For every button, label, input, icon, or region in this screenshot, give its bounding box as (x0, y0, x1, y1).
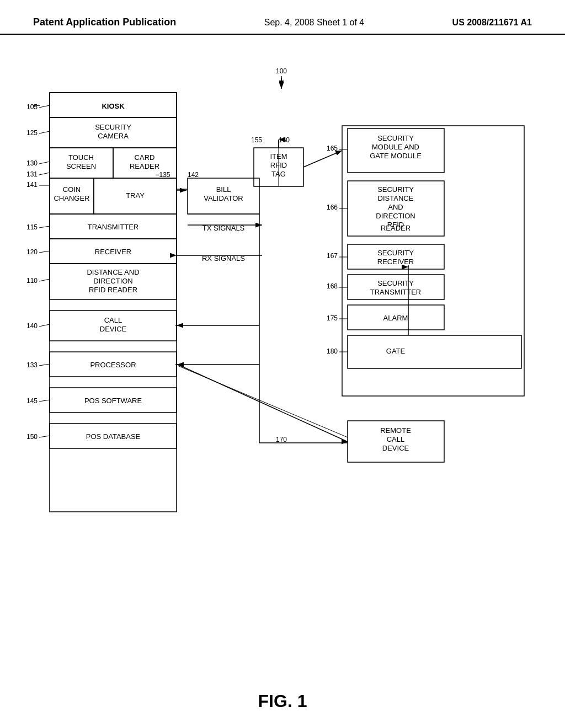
ref-105-line (39, 105, 50, 108)
sec-dist-label6: READER (381, 224, 411, 232)
receiver-label: RECEIVER (95, 248, 131, 256)
ref-166: 166 (327, 204, 338, 211)
card-reader-label2: READER (130, 162, 159, 170)
ref-140-line (39, 324, 50, 326)
security-camera-label1: SECURITY (95, 123, 131, 131)
ref-131-line (39, 173, 50, 175)
touch-screen-label2: SCREEN (66, 162, 96, 170)
ref-110-line (39, 279, 50, 281)
ref-150-line (39, 436, 50, 437)
remote-call-label3: DEVICE (382, 444, 409, 452)
ref-130-line (39, 162, 50, 164)
header-publication: Patent Application Publication (33, 17, 176, 28)
rfid-to-security (303, 151, 342, 167)
sec-dist-label2: DISTANCE (378, 194, 414, 202)
sec-trans-label2: TRANSMITTER (370, 288, 421, 296)
remote-call-label1: REMOTE (380, 426, 411, 435)
ref-131: 131 (26, 170, 38, 178)
call-device-label1: CALL (104, 316, 122, 324)
ref-168: 168 (327, 282, 338, 290)
call-device-label2: DEVICE (100, 325, 127, 333)
sec-recv-label2: RECEIVER (377, 258, 414, 266)
ref-125-line (39, 131, 50, 133)
processor-to-remote (177, 364, 347, 441)
security-outer-box (342, 126, 524, 396)
ref-150: 150 (26, 433, 38, 441)
tray-label: TRAY (126, 191, 145, 200)
ref-100-label: 100 (276, 67, 287, 75)
remote-call-label2: CALL (387, 435, 405, 443)
ref-155: 155 (251, 136, 262, 144)
diagram-area: text { font-family: Arial, Helvetica, sa… (0, 40, 565, 675)
pos-database-label: POS DATABASE (86, 432, 141, 441)
ref-142: 142 (188, 171, 199, 179)
sec-dist-label1: SECURITY (377, 185, 414, 194)
dist-dir-label1: DISTANCE AND (87, 268, 139, 276)
ref-145-line (39, 400, 50, 402)
touch-screen-label1: TOUCH (68, 153, 94, 162)
ref-133-line (39, 364, 50, 366)
header: Patent Application Publication Sep. 4, 2… (0, 0, 565, 35)
kiosk-label: KIOSK (102, 102, 125, 110)
ref-175: 175 (327, 314, 338, 322)
ref-140: 140 (26, 322, 38, 330)
bill-validator-label1: BILL (216, 185, 231, 194)
sec-recv-label1: SECURITY (377, 249, 414, 257)
ref-130: 130 (26, 159, 38, 167)
ref-115: 115 (26, 223, 38, 231)
ref-141: 141 (26, 181, 38, 189)
ref-167: 167 (327, 252, 338, 260)
ref-165: 165 (327, 144, 338, 152)
ref-105-arrow: — (33, 101, 40, 109)
remote-to-proc (178, 366, 348, 437)
pos-software-label: POS SOFTWARE (84, 397, 142, 405)
header-patent-number: US 2008/211671 A1 (452, 18, 532, 28)
card-reader-label1: CARD (135, 153, 155, 162)
processor-label: PROCESSOR (90, 361, 136, 369)
header-date-sheet: Sep. 4, 2008 Sheet 1 of 4 (264, 18, 364, 28)
ref-170: 170 (276, 436, 287, 443)
sec-mod-label3: GATE MODULE (370, 152, 422, 160)
transmitter-label: TRANSMITTER (88, 223, 138, 231)
bill-validator-label2: VALIDATOR (204, 194, 243, 202)
gate-box (348, 335, 521, 368)
ref-135: −135 (155, 171, 170, 179)
figure-label: FIG. 1 (258, 691, 307, 711)
ref-125: 125 (26, 129, 38, 137)
gate-label: GATE (386, 347, 406, 355)
ref-115-line (39, 226, 50, 228)
coin-changer-label1: COIN (63, 185, 81, 194)
sec-mod-label1: SECURITY (377, 134, 414, 142)
patent-diagram: text { font-family: Arial, Helvetica, sa… (0, 40, 565, 702)
dist-dir-label2: DIRECTION (93, 277, 133, 285)
sec-dist-label3: AND (388, 203, 403, 211)
security-camera-label2: CAMERA (98, 132, 129, 140)
ref-145: 145 (26, 397, 38, 405)
ref-180: 180 (327, 347, 338, 355)
dist-dir-label3: RFID READER (89, 286, 137, 294)
ref-160: 160 (279, 136, 290, 144)
ref-120: 120 (26, 248, 38, 256)
ref-120-line (39, 251, 50, 253)
ref-133: 133 (26, 361, 38, 369)
alarm-label: ALARM (383, 314, 408, 322)
page: Patent Application Publication Sep. 4, 2… (0, 0, 565, 728)
sec-dist-label4: DIRECTION (376, 212, 415, 220)
sec-mod-label2: MODULE AND (372, 143, 419, 151)
ref-110: 110 (26, 277, 38, 285)
coin-changer-label2: CHANGER (54, 194, 89, 202)
